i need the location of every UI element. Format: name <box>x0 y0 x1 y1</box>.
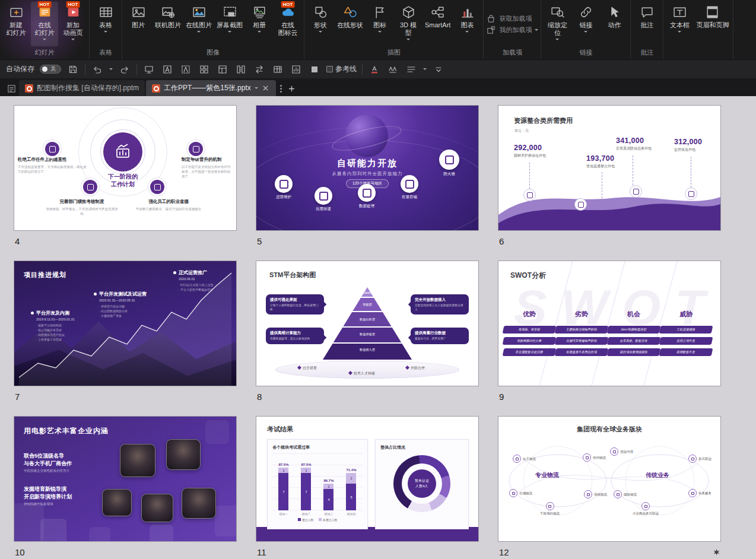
header-footer-button[interactable]: 页眉和页脚 <box>694 2 730 46</box>
business-node: 化工物流 <box>513 455 536 463</box>
stat-value: 193,700 <box>586 154 615 163</box>
fail-segment: 2 <box>346 473 356 484</box>
slide-number-row: 10 <box>14 546 236 558</box>
swap-button[interactable] <box>253 63 266 76</box>
slide-thumbnail-9[interactable]: SWOT SWOT分析 优势 有高铁、有学校 有新商圈出行力量 享交通配套日益完… <box>498 261 720 386</box>
new-animation-page-button[interactable]: HOT 新加 动画页 <box>59 2 87 46</box>
node-circle-icon <box>583 453 591 462</box>
slide-number: 4 <box>15 236 20 246</box>
online-icon-cloud-button[interactable]: HOT 在线 图标云 <box>274 2 301 46</box>
photo-album-button[interactable]: 相册 <box>246 2 273 46</box>
node-label: 运营维护 <box>276 195 291 200</box>
smartart-button[interactable]: SmartArt <box>423 2 452 46</box>
tab-overflow-button[interactable] <box>277 81 285 96</box>
web-picture-button[interactable]: 在线图片 <box>184 2 214 46</box>
file-list-button[interactable] <box>4 81 19 96</box>
slide-thumbnail-10[interactable]: 用电影艺术丰富企业内涵 联合5位顶级名导 与各大手机厂商合作 手机拍摄企业微电影… <box>14 417 236 541</box>
redo-button[interactable] <box>118 63 131 76</box>
screenshot-button[interactable]: 屏幕截图 <box>215 2 244 46</box>
header-footer-icon <box>705 5 720 20</box>
slide-sorter-view-button[interactable] <box>198 63 211 76</box>
arrange-columns-button[interactable] <box>234 63 247 76</box>
zoom-position-button[interactable]: 缩放定 位 <box>544 2 571 46</box>
font-scheme-button[interactable] <box>179 63 192 76</box>
shapes-button[interactable]: 形状 <box>307 2 334 46</box>
insert-table-button[interactable]: 表格 <box>92 2 119 46</box>
slide-layout-button[interactable] <box>216 63 229 76</box>
ppt-file-icon <box>25 84 33 93</box>
document-tab-active[interactable]: 工作PPT——紫色15张.pptx <box>146 80 276 96</box>
chevron-down-icon <box>406 39 410 40</box>
slide12-title: 集团现有全球业务版块 <box>498 425 720 434</box>
new-slide-label: 新建 幻灯片 <box>7 21 26 37</box>
group-label-images: 图像 <box>122 46 304 59</box>
chevron-down-icon <box>71 39 75 40</box>
group-label-slides: 幻灯片 <box>0 46 89 59</box>
undo-dropdown-caret[interactable] <box>109 68 113 70</box>
action-button[interactable]: 动作 <box>601 2 628 46</box>
insert-chart-button[interactable]: 图表 <box>453 2 481 46</box>
document-tab-inactive[interactable]: 配图制作搜集 [自动保存的].pptm <box>19 80 145 96</box>
save-button[interactable] <box>66 63 80 76</box>
autosave-toggle[interactable]: 关 <box>40 65 61 74</box>
decorative-square <box>205 420 229 444</box>
insert-picture-button[interactable]: 图片 <box>125 2 152 46</box>
link-button[interactable]: 链接 <box>572 2 599 46</box>
new-tab-button[interactable] <box>285 81 298 96</box>
milestone-date: 2019.9.11.01—2020.01.31 <box>36 317 101 321</box>
textbox-button[interactable]: 文本框 <box>666 2 693 46</box>
comment-icon <box>640 5 655 20</box>
slide-cell-4: 下一阶段的 工作计划 杜绝工作任件上的随意性 工作流程监督要求，专业细化标准落地… <box>14 106 236 261</box>
guides-toggle[interactable]: 参考线 <box>326 64 357 74</box>
slide-thumbnail-8[interactable]: STM平台架构图 SaaS 智能层 数据分析层 数据存储层 数据接入层 提供可视… <box>256 261 478 386</box>
hot-badge: HOT <box>66 1 80 8</box>
tab-close-button[interactable] <box>262 84 270 93</box>
new-slide-button[interactable]: 新建 幻灯片 <box>2 2 30 46</box>
font-color-button[interactable] <box>368 63 381 76</box>
slide-cell-7: 项目推进规划 平台开发及内测 2019.9.11.01—2020.01.31 搭… <box>14 261 236 417</box>
new-comment-button[interactable]: 批注 <box>633 2 660 46</box>
line-spacing-caret[interactable] <box>423 68 427 70</box>
line-spacing-button[interactable] <box>405 63 418 76</box>
swot-pill: 89m²电梯刚需房型 <box>607 326 661 334</box>
insert-table-small-button[interactable] <box>271 63 284 76</box>
chevron-down-icon <box>678 31 681 33</box>
slide10-text-block-1: 联合5位顶级名导 与各大手机厂商合作 手机拍摄企业微电影系列先导片 <box>24 452 72 473</box>
fill-color-button[interactable] <box>308 63 321 76</box>
node-label: 应用加速 <box>316 207 331 212</box>
column-header: 机会 <box>608 310 660 319</box>
toolbar-more-chevron-icon <box>434 65 443 74</box>
slide-thumbnail-6[interactable]: 资源整合类所需费用 单位：元 292,000园林养护类绿化外包 193,700管… <box>498 106 720 230</box>
cost-stat: 193,700管道疏通整合外包 <box>586 154 615 169</box>
bubble-body: 海量数据处理，混合云标准架构 <box>270 337 320 341</box>
slide-number: 6 <box>499 236 504 246</box>
swot-pill: 工程进度缓慢 <box>659 326 713 334</box>
node-circle-icon <box>546 502 554 510</box>
icons-button[interactable]: 图标 <box>366 2 393 46</box>
online-picture-button[interactable]: 联机图片 <box>153 2 183 46</box>
tab-menu-caret[interactable] <box>255 87 258 89</box>
slide-thumbnail-11[interactable]: 考试结果 各个模块考试通过率 87.5% 1 7 87.5% 1 7 86 <box>256 417 478 541</box>
slideshow-button[interactable] <box>142 63 155 76</box>
guides-checkbox[interactable] <box>326 66 333 72</box>
undo-button[interactable] <box>91 63 104 76</box>
get-addins-button[interactable]: 获取加载项 <box>486 14 538 24</box>
online-shapes-button[interactable]: 在线形状 <box>335 2 365 46</box>
font-settings-button[interactable] <box>161 63 174 76</box>
slide-thumbnail-12[interactable]: 集团现有全球业务版块 专业物流 传统业务 化工物流 合同物流 货运代理 多式联运… <box>498 417 720 541</box>
my-addins-button[interactable]: 我的加载项 <box>486 25 538 35</box>
char-spacing-button[interactable] <box>386 63 399 76</box>
insert-chart-small-button[interactable] <box>290 63 303 76</box>
slide-number: 9 <box>499 392 504 402</box>
pass-rate-label: 87.5% <box>301 463 311 466</box>
more-tools-button[interactable] <box>432 63 445 76</box>
online-slides-button[interactable]: HOT 在线 幻灯片 <box>31 2 58 46</box>
chevron-down-icon <box>535 29 538 31</box>
3d-model-button[interactable]: 3D 模 型 <box>395 2 422 46</box>
slide-thumbnail-5[interactable]: 自研能力开放 从服务内部到对外全面开放能力 120个国家与地区 运营维护 应用加… <box>256 106 478 230</box>
slide-thumbnail-7[interactable]: 项目推进规划 平台开发及内测 2019.9.11.01—2020.01.31 搭… <box>14 261 236 386</box>
slide-sorter-view: 下一阶段的 工作计划 杜绝工作任件上的随意性 工作流程监督要求，专业细化标准落地… <box>0 96 756 559</box>
node-icon <box>401 175 418 193</box>
slide-thumbnail-4[interactable]: 下一阶段的 工作计划 杜绝工作任件上的随意性 工作流程监督要求，专业细化标准落地… <box>14 106 236 230</box>
3d-model-label: 3D 模 型 <box>400 21 417 37</box>
